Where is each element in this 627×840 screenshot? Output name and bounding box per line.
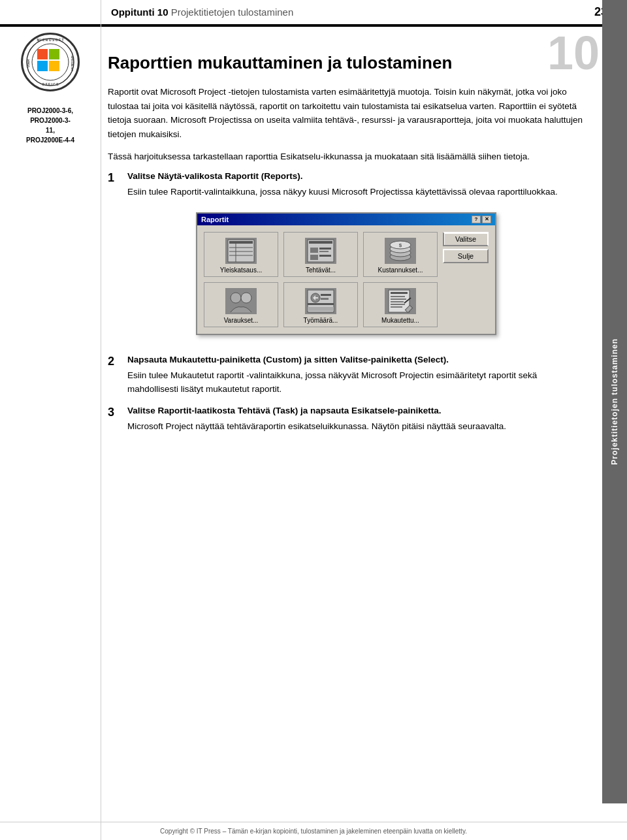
dialog-icon-costs[interactable]: $ Kustannukset... bbox=[363, 232, 438, 277]
assignments-icon bbox=[225, 288, 257, 314]
step-2-desc: Esiin tulee Mukautetut raportit -valinta… bbox=[127, 368, 585, 396]
dialog-action-buttons: Valitse Sulje bbox=[443, 232, 489, 327]
costs-icon: $ bbox=[385, 238, 416, 264]
svg-rect-42 bbox=[391, 306, 402, 308]
step-1: 1 Valitse Näytä-valikosta Raportit (Repo… bbox=[108, 171, 585, 199]
assignments-label: Varaukset... bbox=[224, 317, 259, 324]
custom-label: Mukautettu... bbox=[381, 317, 419, 324]
logo-svg: M I C R O S O F T O F F I C E USER SPECI… bbox=[24, 36, 76, 88]
dialog-title: Raportit bbox=[201, 216, 229, 223]
step-2-title: Napsauta Mukautettu-painiketta (Custom) … bbox=[127, 355, 585, 364]
svg-rect-18 bbox=[310, 248, 318, 253]
header-title: Oppitunti 10 Projektitietojen tulostamin… bbox=[111, 7, 293, 18]
step-2: 2 Napsauta Mukautettu-painiketta (Custom… bbox=[108, 355, 585, 396]
svg-rect-32 bbox=[321, 294, 331, 296]
custom-icon bbox=[385, 288, 416, 314]
overview-icon bbox=[225, 238, 257, 264]
svg-rect-40 bbox=[391, 301, 404, 302]
step-1-title: Valitse Näytä-valikosta Raportit (Report… bbox=[127, 171, 585, 181]
svg-rect-37 bbox=[391, 292, 408, 294]
svg-rect-33 bbox=[321, 298, 329, 300]
footer-text: Copyright © IT Press – Tämän e-kirjan ko… bbox=[160, 828, 467, 835]
right-sidebar: Projektitietojen tulostaminen bbox=[602, 0, 627, 803]
step-3: 3 Valitse Raportit-laatikosta Tehtävä (T… bbox=[108, 406, 585, 434]
overview-label: Yleiskatsaus... bbox=[220, 267, 262, 274]
exercise-paragraph: Tässä harjoituksessa tarkastellaan rapor… bbox=[108, 150, 585, 164]
dialog-titlebar: Raportit ? ✕ bbox=[197, 214, 495, 225]
chapter-title: Raporttien mukauttaminen ja tulostaminen bbox=[108, 53, 585, 73]
svg-rect-17 bbox=[309, 241, 332, 244]
step-3-title: Valitse Raportit-laatikosta Tehtävä (Tas… bbox=[127, 406, 585, 415]
proj-codes: PROJ2000-3-6, PROJ2000-3- 11, PROJ2000E-… bbox=[26, 106, 74, 145]
workload-label: Työmäärä... bbox=[304, 317, 338, 324]
dialog-icon-overview[interactable]: Yleiskatsaus... bbox=[204, 232, 278, 277]
costs-label: Kustannukset... bbox=[378, 267, 423, 274]
main-content: Raporttien mukauttaminen ja tulostaminen… bbox=[104, 40, 594, 456]
tasks-label: Tehtävät... bbox=[306, 267, 336, 274]
svg-rect-2 bbox=[37, 49, 48, 59]
svg-rect-21 bbox=[310, 255, 318, 260]
dialog-icons-grid: Yleiskatsaus... bbox=[204, 232, 438, 327]
svg-rect-35 bbox=[308, 307, 334, 311]
right-sidebar-label: Projektitietojen tulostaminen bbox=[610, 338, 619, 465]
step-3-number: 3 bbox=[108, 406, 121, 434]
step-2-number: 2 bbox=[108, 355, 121, 396]
step-2-content: Napsauta Mukautettu-painiketta (Custom) … bbox=[127, 355, 585, 396]
svg-rect-22 bbox=[319, 255, 331, 257]
tasks-icon bbox=[305, 238, 336, 264]
dialog-close-btn[interactable]: ✕ bbox=[482, 216, 491, 223]
dialog-body: Yleiskatsaus... bbox=[197, 225, 495, 334]
dialog-help-btn[interactable]: ? bbox=[472, 216, 481, 223]
svg-text:$: $ bbox=[399, 242, 402, 248]
svg-rect-4 bbox=[37, 61, 48, 71]
svg-point-28 bbox=[231, 293, 241, 303]
svg-text:SPECIALIST: SPECIALIST bbox=[71, 56, 74, 71]
logo-circle: M I C R O S O F T O F F I C E USER SPECI… bbox=[21, 33, 80, 91]
svg-rect-41 bbox=[391, 304, 405, 305]
reports-dialog: Raportit ? ✕ bbox=[196, 212, 496, 335]
workload-icon bbox=[305, 288, 336, 314]
svg-text:O F F I C E: O F F I C E bbox=[42, 82, 59, 86]
dialog-icon-tasks[interactable]: Tehtävät... bbox=[283, 232, 358, 277]
svg-text:M I C R O S O F T: M I C R O S O F T bbox=[37, 38, 63, 42]
svg-point-29 bbox=[241, 293, 251, 303]
svg-rect-11 bbox=[229, 241, 253, 244]
intro-paragraph: Raportit ovat Microsoft Project -tietoje… bbox=[108, 85, 585, 141]
chapter-number-watermark: 10 bbox=[547, 29, 600, 76]
dialog-icon-assignments[interactable]: Varaukset... bbox=[204, 282, 278, 327]
svg-rect-38 bbox=[391, 296, 405, 297]
dialog-icon-custom[interactable]: Mukautettu... bbox=[363, 282, 438, 327]
select-button[interactable]: Valitse bbox=[443, 232, 489, 246]
close-button[interactable]: Sulje bbox=[443, 249, 489, 263]
svg-rect-3 bbox=[49, 49, 59, 59]
step-1-content: Valitse Näytä-valikosta Raportit (Report… bbox=[127, 171, 585, 199]
svg-rect-5 bbox=[49, 61, 59, 71]
svg-text:USER: USER bbox=[27, 59, 30, 67]
svg-rect-39 bbox=[391, 299, 406, 300]
step-3-desc: Microsoft Project näyttää tehtäväraporti… bbox=[127, 419, 585, 434]
footer: Copyright © IT Press – Tämän e-kirjan ko… bbox=[0, 822, 627, 840]
dialog-titlebar-buttons: ? ✕ bbox=[472, 216, 491, 223]
svg-rect-20 bbox=[319, 251, 329, 252]
svg-rect-19 bbox=[319, 248, 331, 250]
dialog-icon-workload[interactable]: Työmäärä... bbox=[283, 282, 358, 327]
left-sidebar: M I C R O S O F T O F F I C E USER SPECI… bbox=[0, 0, 101, 840]
step-1-number: 1 bbox=[108, 171, 121, 199]
step-1-desc: Esiin tulee Raportit-valintaikkuna, joss… bbox=[127, 185, 585, 199]
svg-rect-34 bbox=[308, 303, 334, 305]
step-3-content: Valitse Raportit-laatikosta Tehtävä (Tas… bbox=[127, 406, 585, 434]
